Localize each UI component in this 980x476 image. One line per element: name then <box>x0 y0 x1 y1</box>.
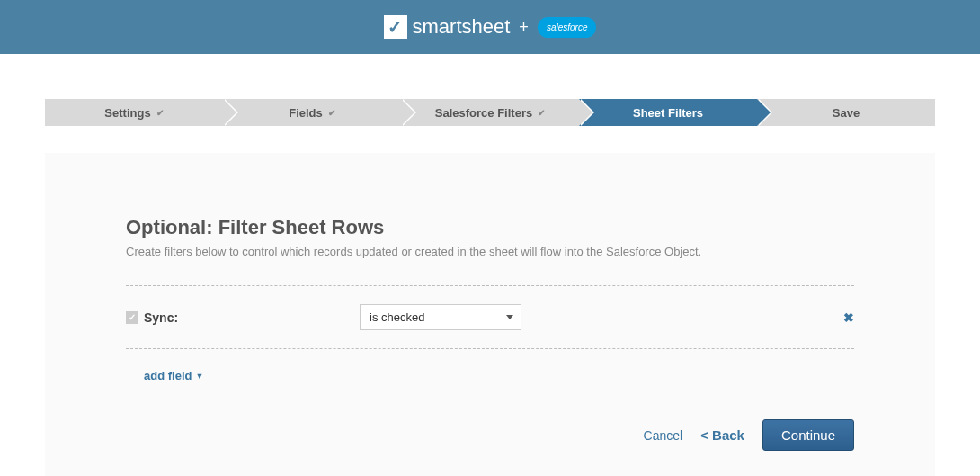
step-label: Salesforce Filters <box>435 106 532 120</box>
salesforce-logo-icon: salesforce <box>538 17 597 38</box>
checkbox-column-icon: ✓ <box>126 311 138 324</box>
filter-row: ✓ Sync: is checked ✖ <box>126 286 854 348</box>
step-label: Settings <box>104 106 150 120</box>
checkmark-icon: ✓ <box>129 312 136 322</box>
continue-button[interactable]: Continue <box>762 419 854 451</box>
add-field-row: add field ▼ <box>126 349 854 401</box>
app-header: ✓ smartsheet + salesforce <box>0 0 980 54</box>
checkmark-icon: ✓ <box>388 16 403 38</box>
step-label: Save <box>833 106 860 120</box>
cancel-button[interactable]: Cancel <box>644 428 683 443</box>
actions-row: Cancel < Back Continue <box>126 419 854 451</box>
check-icon: ✔ <box>328 108 335 118</box>
wizard-container: Settings ✔ Fields ✔ Salesforce Filters ✔… <box>0 99 980 476</box>
plus-separator: + <box>519 18 529 37</box>
step-label: Sheet Filters <box>633 106 703 120</box>
brand-name: smartsheet <box>413 15 511 39</box>
step-sheet-filters[interactable]: Sheet Filters <box>579 99 757 126</box>
wizard-steps: Settings ✔ Fields ✔ Salesforce Filters ✔… <box>45 99 935 126</box>
add-field-button[interactable]: add field ▼ <box>144 369 203 382</box>
filter-field-label: ✓ Sync: <box>126 310 360 325</box>
caret-down-icon: ▼ <box>195 372 203 381</box>
check-icon: ✔ <box>156 108 164 118</box>
step-save[interactable]: Save <box>757 99 935 126</box>
panel-subtitle: Create filters below to control which re… <box>126 245 854 258</box>
remove-filter-icon[interactable]: ✖ <box>843 310 854 325</box>
step-fields[interactable]: Fields ✔ <box>223 99 401 126</box>
operator-select[interactable]: is checked <box>360 304 521 330</box>
smartsheet-logo-icon: ✓ <box>384 15 407 39</box>
step-label: Fields <box>289 106 323 120</box>
panel-title: Optional: Filter Sheet Rows <box>126 216 854 239</box>
step-salesforce-filters[interactable]: Salesforce Filters ✔ <box>401 99 579 126</box>
back-button[interactable]: < Back <box>700 427 744 443</box>
content-panel: Optional: Filter Sheet Rows Create filte… <box>45 153 935 476</box>
add-field-label: add field <box>144 369 192 382</box>
field-name-text: Sync: <box>144 310 178 325</box>
logo-group: ✓ smartsheet + salesforce <box>384 15 597 39</box>
check-icon: ✔ <box>538 108 545 118</box>
step-settings[interactable]: Settings ✔ <box>45 99 223 126</box>
